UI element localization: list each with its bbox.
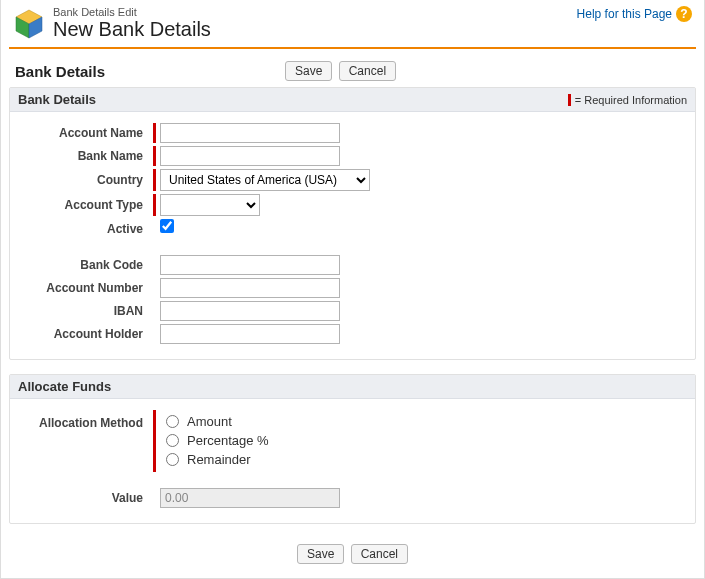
label-bank-code: Bank Code (18, 258, 153, 272)
radio-label-amount: Amount (187, 414, 232, 429)
required-bar-icon (568, 94, 571, 106)
required-legend: = Required Information (568, 94, 687, 106)
panel-title: Bank Details (18, 92, 96, 107)
cancel-button[interactable]: Cancel (339, 61, 396, 81)
page-title: New Bank Details (53, 18, 211, 41)
required-indicator (153, 194, 156, 216)
iban-input[interactable] (160, 301, 340, 321)
required-indicator (153, 410, 156, 472)
label-account-holder: Account Holder (18, 327, 153, 341)
required-legend-text: = Required Information (575, 94, 687, 106)
allocation-radio-remainder[interactable] (166, 453, 179, 466)
allocation-radio-amount[interactable] (166, 415, 179, 428)
radio-row-remainder[interactable]: Remainder (166, 452, 269, 467)
label-bank-name: Bank Name (18, 149, 153, 163)
required-indicator (153, 123, 156, 143)
account-name-input[interactable] (160, 123, 340, 143)
help-link-label: Help for this Page (577, 7, 672, 21)
radio-row-amount[interactable]: Amount (166, 414, 269, 429)
label-value: Value (18, 491, 153, 505)
label-account-type: Account Type (18, 198, 153, 212)
bank-code-input[interactable] (160, 255, 340, 275)
required-indicator (153, 169, 156, 191)
account-type-select[interactable] (160, 194, 260, 216)
label-active: Active (18, 222, 153, 236)
radio-label-percentage: Percentage % (187, 433, 269, 448)
label-iban: IBAN (18, 304, 153, 318)
help-link[interactable]: Help for this Page ? (577, 6, 692, 22)
save-button-bottom[interactable]: Save (297, 544, 344, 564)
bank-name-input[interactable] (160, 146, 340, 166)
breadcrumb: Bank Details Edit (53, 6, 211, 18)
section-title: Bank Details (15, 63, 105, 80)
label-country: Country (18, 173, 153, 187)
allocation-radio-percentage[interactable] (166, 434, 179, 447)
help-icon: ? (676, 6, 692, 22)
account-number-input[interactable] (160, 278, 340, 298)
label-allocation-method: Allocation Method (18, 410, 153, 430)
allocate-funds-panel: Allocate Funds Allocation Method Amount … (9, 374, 696, 524)
country-select[interactable]: United States of America (USA) (160, 169, 370, 191)
cancel-button-bottom[interactable]: Cancel (351, 544, 408, 564)
active-checkbox[interactable] (160, 219, 174, 233)
label-account-number: Account Number (18, 281, 153, 295)
radio-label-remainder: Remainder (187, 452, 251, 467)
required-indicator (153, 146, 156, 166)
app-icon (13, 8, 45, 40)
save-button[interactable]: Save (285, 61, 332, 81)
bank-details-panel: Bank Details = Required Information Acco… (9, 87, 696, 360)
radio-row-percentage[interactable]: Percentage % (166, 433, 269, 448)
value-input (160, 488, 340, 508)
divider (9, 47, 696, 49)
label-account-name: Account Name (18, 126, 153, 140)
panel-title: Allocate Funds (18, 379, 111, 394)
account-holder-input[interactable] (160, 324, 340, 344)
